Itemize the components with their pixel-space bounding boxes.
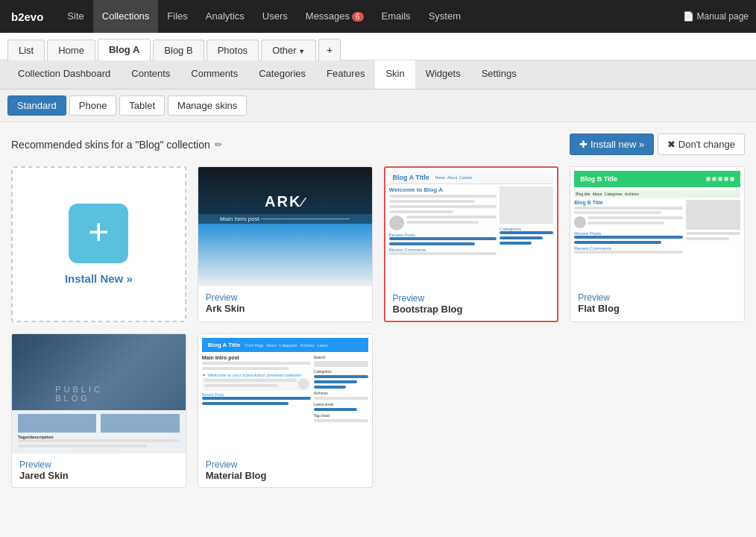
skin-card-ark[interactable]: ARK⁄ Main hero post ────────────────────… bbox=[198, 166, 373, 322]
nav-analytics[interactable]: Analytics bbox=[197, 0, 253, 33]
nav-users[interactable]: Users bbox=[253, 0, 297, 33]
skin-type-tabs: Standard Phone Tablet Manage skins bbox=[0, 90, 756, 122]
skin-tab-standard[interactable]: Standard bbox=[7, 95, 66, 116]
ark-skin-info: Preview Ark Skin bbox=[198, 286, 372, 320]
brand-logo[interactable]: b2evo bbox=[7, 10, 47, 23]
skin-card-install-new[interactable]: + Install New » bbox=[11, 166, 186, 322]
skin-tab-phone[interactable]: Phone bbox=[69, 95, 117, 116]
skin-card-bootstrap-blog[interactable]: Blog A Title HomeAboutContact Welcome to… bbox=[384, 166, 559, 322]
section-header: Recommended skins for a "Blog" collectio… bbox=[11, 134, 745, 155]
subnav-skin[interactable]: Skin bbox=[375, 60, 415, 89]
nav-messages[interactable]: Messages6 bbox=[297, 0, 373, 33]
tab-list[interactable]: List bbox=[7, 40, 45, 60]
material-skin-name: Material Blog bbox=[206, 470, 365, 481]
flat-preview-image: Blog B Title Blog titleAboutCategoriesAr… bbox=[570, 167, 744, 286]
bootstrap-skin-name: Bootstrap Blog bbox=[393, 304, 550, 315]
top-navigation: b2evo Site Collections Files Analytics U… bbox=[0, 0, 756, 33]
ark-skin-name: Ark Skin bbox=[206, 303, 365, 314]
bootstrap-preview-link[interactable]: Preview bbox=[393, 293, 550, 304]
jared-preview-image: PUBLIC BLOG Tags/description bbox=[12, 334, 186, 453]
ark-preview-image: ARK⁄ Main hero post ────────────────────… bbox=[198, 167, 372, 286]
edit-icon[interactable]: ✏ bbox=[215, 139, 222, 150]
nav-site[interactable]: Site bbox=[58, 0, 92, 33]
manual-page-link[interactable]: 📄 Manual page bbox=[683, 11, 749, 22]
jared-skin-info: Preview Jared Skin bbox=[12, 453, 186, 487]
skin-tab-tablet[interactable]: Tablet bbox=[119, 95, 165, 116]
nav-collections[interactable]: Collections bbox=[93, 0, 159, 33]
flat-preview-link[interactable]: Preview bbox=[578, 292, 737, 303]
section-title: Recommended skins for a "Blog" collectio… bbox=[11, 139, 222, 151]
tab-other[interactable]: Other bbox=[261, 40, 316, 60]
nav-system[interactable]: System bbox=[420, 0, 470, 33]
skin-grid-row1: + Install New » ARK⁄ Main hero post ────… bbox=[11, 166, 745, 322]
bootstrap-skin-info: Preview Bootstrap Blog bbox=[385, 287, 558, 321]
subnav-features[interactable]: Features bbox=[316, 60, 375, 89]
install-new-icon: + bbox=[69, 204, 128, 263]
tab-add-button[interactable]: + bbox=[318, 39, 341, 60]
skin-card-jared[interactable]: PUBLIC BLOG Tags/description Preview Jar… bbox=[11, 333, 186, 488]
skin-card-material-blog[interactable]: Blog A Title Front PageAboutCategoriesAr… bbox=[198, 333, 373, 488]
bootstrap-preview-image: Blog A Title HomeAboutContact Welcome to… bbox=[385, 168, 558, 287]
subnav-contents[interactable]: Contents bbox=[121, 60, 180, 89]
subnav-categories[interactable]: Categories bbox=[248, 60, 316, 89]
material-preview-link[interactable]: Preview bbox=[206, 459, 365, 470]
jared-preview-link[interactable]: Preview bbox=[19, 459, 178, 470]
manual-icon: 📄 bbox=[683, 11, 694, 22]
tab-blog-a[interactable]: Blog A bbox=[98, 39, 151, 60]
messages-badge: 6 bbox=[352, 12, 364, 22]
material-skin-info: Preview Material Blog bbox=[198, 453, 372, 487]
flat-skin-name: Flat Blog bbox=[578, 303, 737, 314]
tab-photos[interactable]: Photos bbox=[207, 40, 259, 60]
dont-change-button[interactable]: ✖ Don't change bbox=[658, 134, 745, 155]
tab-blog-b[interactable]: Blog B bbox=[153, 40, 204, 60]
skin-card-flat-blog[interactable]: Blog B Title Blog titleAboutCategoriesAr… bbox=[570, 166, 745, 322]
sub-navigation: Collection Dashboard Contents Comments C… bbox=[0, 60, 756, 90]
header-buttons: ✚ Install new » ✖ Don't change bbox=[570, 134, 745, 155]
skin-tab-manage[interactable]: Manage skins bbox=[168, 95, 247, 116]
subnav-widgets[interactable]: Widgets bbox=[415, 60, 471, 89]
ark-preview-link[interactable]: Preview bbox=[206, 292, 365, 303]
material-preview-image: Blog A Title Front PageAboutCategoriesAr… bbox=[198, 334, 372, 453]
subnav-settings[interactable]: Settings bbox=[471, 60, 527, 89]
install-new-button[interactable]: ✚ Install new » bbox=[570, 134, 654, 155]
nav-files[interactable]: Files bbox=[158, 0, 196, 33]
subnav-comments[interactable]: Comments bbox=[180, 60, 248, 89]
skin-grid-row2: PUBLIC BLOG Tags/description Preview Jar… bbox=[11, 333, 745, 488]
jared-skin-name: Jared Skin bbox=[19, 470, 178, 481]
subnav-collection-dashboard[interactable]: Collection Dashboard bbox=[7, 60, 121, 89]
install-new-label[interactable]: Install New » bbox=[65, 272, 133, 285]
nav-emails[interactable]: Emails bbox=[373, 0, 420, 33]
collection-tabs: List Home Blog A Blog B Photos Other + bbox=[0, 33, 756, 60]
flat-skin-info: Preview Flat Blog bbox=[570, 286, 744, 320]
tab-home[interactable]: Home bbox=[47, 40, 95, 60]
main-content: Recommended skins for a "Blog" collectio… bbox=[0, 122, 756, 499]
